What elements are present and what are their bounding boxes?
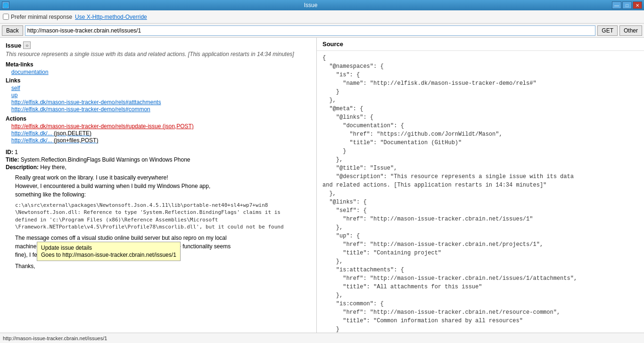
source-content[interactable]: { "@namespaces": { "is": { "name": "http… xyxy=(317,51,644,333)
link-common[interactable]: http://elfisk.dk/mason-issue-tracker-dem… xyxy=(11,106,311,113)
prefer-minimal-label: Prefer minimal response xyxy=(11,14,72,20)
meta-links-label: Meta-links xyxy=(6,61,311,68)
address-bar: Back GET Other xyxy=(0,24,644,38)
prefer-minimal-area: Prefer minimal response xyxy=(3,14,72,20)
body-paragraph-3: Thanks, xyxy=(15,262,311,270)
actions-label: Actions xyxy=(6,115,311,122)
documentation-link[interactable]: documentation xyxy=(11,69,311,75)
get-button[interactable]: GET xyxy=(597,25,618,36)
action-update-issue[interactable]: http://elfisk.dk/mason-issue-tracker-dem… xyxy=(11,123,311,130)
desc-field: Description: Hey there, xyxy=(6,164,311,171)
title-bar-left: 🌐 xyxy=(2,1,9,9)
body-paragraph-1: Really great work on the library. I use … xyxy=(15,173,311,199)
title-label: Title: xyxy=(6,156,19,163)
main-content: Issue ○ This resource represents a singl… xyxy=(0,38,644,333)
desc-label: Description: xyxy=(6,164,39,171)
maximize-button[interactable]: □ xyxy=(622,1,632,9)
id-label: ID: xyxy=(6,149,13,155)
link-self[interactable]: self xyxy=(11,85,311,91)
left-scroll-area[interactable]: Issue ○ This resource represents a singl… xyxy=(0,38,316,333)
close-button[interactable]: ✕ xyxy=(633,1,642,9)
link-attachments[interactable]: http://elfisk.dk/mason-issue-tracker-dem… xyxy=(11,99,311,106)
app-icon: 🌐 xyxy=(2,1,9,9)
other-button[interactable]: Other xyxy=(619,25,642,36)
status-url: http://mason-issue-tracker.cbrain.net/is… xyxy=(3,335,107,341)
title-bar: 🌐 Issue — □ ✕ xyxy=(0,0,644,10)
action-delete[interactable]: http://elfisk.dk/... (json,DELETE) xyxy=(11,130,311,137)
issue-description-text: This resource represents a single issue … xyxy=(6,51,311,57)
use-override-area: Use X-Http-method-Override xyxy=(75,14,147,20)
tooltip-line1: Update issue details xyxy=(41,245,176,251)
title-field: Title: System.Reflection.BindingFlags Bu… xyxy=(6,156,311,163)
title-bar-controls: — □ ✕ xyxy=(612,1,642,9)
action-files-post[interactable]: http://elfisk.dk/... (json+files,POST) xyxy=(11,137,311,144)
prefer-minimal-checkbox[interactable] xyxy=(3,14,9,20)
links-label: Links xyxy=(6,77,311,84)
left-panel: Issue ○ This resource represents a singl… xyxy=(0,38,317,333)
use-override-label[interactable]: Use X-Http-method-Override xyxy=(75,14,147,20)
code-block: c:\a\src\external\packages\Newtonsoft.Js… xyxy=(15,202,311,231)
title-value: System.Reflection.BindingFlags Build War… xyxy=(21,156,190,163)
toolbar: Prefer minimal response Use X-Http-metho… xyxy=(0,10,644,24)
id-field: ID: 1 xyxy=(6,149,311,155)
title-bar-text: Issue xyxy=(9,2,612,8)
minimize-button[interactable]: — xyxy=(612,1,621,9)
issue-section-header: Issue ○ xyxy=(6,41,311,49)
issue-section-title: Issue xyxy=(6,42,21,49)
status-bar: http://mason-issue-tracker.cbrain.net/is… xyxy=(0,333,644,343)
source-header: Source xyxy=(317,38,644,51)
right-panel: Source { "@namespaces": { "is": { "name"… xyxy=(317,38,644,333)
id-value: 1 xyxy=(15,149,18,155)
tooltip-line2: Goes to http://mason-issue-tracker.cbrai… xyxy=(41,252,176,258)
desc-value: Hey there, xyxy=(40,164,66,171)
link-up[interactable]: up xyxy=(11,92,311,98)
tooltip-popup: Update issue details Goes to http://maso… xyxy=(37,242,181,261)
collapse-button[interactable]: ○ xyxy=(23,41,31,49)
back-button[interactable]: Back xyxy=(2,25,23,36)
address-input[interactable] xyxy=(25,25,596,36)
